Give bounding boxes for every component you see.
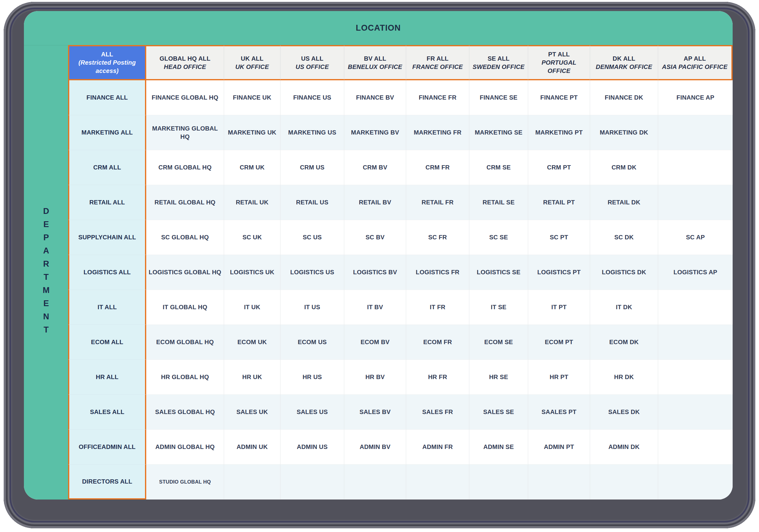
column-header: AP ALLASIA PACIFIC OFFICE — [658, 45, 733, 80]
matrix-cell: FINANCE DK — [590, 80, 658, 115]
matrix-cell: SALES UK — [224, 395, 280, 430]
matrix-cell: RETAIL GLOBAL HQ — [146, 185, 224, 220]
matrix-cell: LOGISTICS SE — [469, 255, 528, 290]
matrix-cell: HR US — [280, 360, 344, 395]
matrix-cell: RETAIL US — [280, 185, 344, 220]
column-header: FR ALLFRANCE OFFICE — [406, 45, 469, 80]
matrix-cell: IT DK — [590, 290, 658, 325]
matrix-cell: FINANCE AP — [658, 80, 733, 115]
access-matrix-table: ALL(Restricted Posting access)GLOBAL HQ … — [68, 45, 733, 500]
screen: LOCATION DEPARTMENT ALL(Restricted Posti… — [24, 11, 733, 500]
matrix-cell: CRM US — [280, 150, 344, 185]
matrix-cell: RETAIL SE — [469, 185, 528, 220]
row-header: LOGISTICS ALL — [68, 255, 146, 290]
matrix-cell — [528, 465, 590, 500]
matrix-cell: FINANCE GLOBAL HQ — [146, 80, 224, 115]
column-header: GLOBAL HQ ALLHEAD OFFICE — [146, 45, 224, 80]
matrix-cell: CRM BV — [344, 150, 406, 185]
matrix-cell: ADMIN FR — [406, 430, 469, 465]
matrix-cell — [280, 465, 344, 500]
matrix-cell: MARKETING PT — [528, 115, 590, 150]
department-banner: DEPARTMENT — [24, 45, 68, 500]
matrix-cell: RETAIL FR — [406, 185, 469, 220]
row-header: HR ALL — [68, 360, 146, 395]
matrix-cell: ADMIN US — [280, 430, 344, 465]
matrix-cell: ECOM DK — [590, 325, 658, 360]
matrix-cell: SALES FR — [406, 395, 469, 430]
matrix-cell: SALES GLOBAL HQ — [146, 395, 224, 430]
matrix-cell: CRM SE — [469, 150, 528, 185]
matrix-cell: ADMIN UK — [224, 430, 280, 465]
matrix-cell: IT US — [280, 290, 344, 325]
matrix-cell: SC DK — [590, 220, 658, 255]
matrix-cell: LOGISTICS UK — [224, 255, 280, 290]
row-header: DIRECTORS ALL — [68, 465, 146, 500]
matrix-cell: SALES SE — [469, 395, 528, 430]
matrix-cell: ADMIN BV — [344, 430, 406, 465]
matrix-cell: MARKETING GLOBAL HQ — [146, 115, 224, 150]
matrix-cell: MARKETING SE — [469, 115, 528, 150]
matrix-cell — [590, 465, 658, 500]
matrix-cell: FINANCE FR — [406, 80, 469, 115]
matrix-cell: ECOM GLOBAL HQ — [146, 325, 224, 360]
matrix-cell: FINANCE US — [280, 80, 344, 115]
matrix-cell: SC GLOBAL HQ — [146, 220, 224, 255]
column-header: PT ALLPORTUGAL OFFICE — [528, 45, 590, 80]
row-header: RETAIL ALL — [68, 185, 146, 220]
matrix-cell: SC BV — [344, 220, 406, 255]
matrix-cell — [658, 150, 733, 185]
location-axis-title: LOCATION — [356, 23, 401, 33]
matrix-cell: SC UK — [224, 220, 280, 255]
matrix-cell: HR SE — [469, 360, 528, 395]
matrix-cell: MARKETING DK — [590, 115, 658, 150]
matrix-cell: HR UK — [224, 360, 280, 395]
column-header: SE ALLSWEDEN OFFICE — [469, 45, 528, 80]
matrix-cell: MARKETING FR — [406, 115, 469, 150]
matrix-cell: ECOM US — [280, 325, 344, 360]
location-banner: LOCATION — [24, 11, 733, 45]
matrix-cell: LOGISTICS FR — [406, 255, 469, 290]
matrix-cell: IT SE — [469, 290, 528, 325]
matrix-cell: MARKETING US — [280, 115, 344, 150]
row-header: CRM ALL — [68, 150, 146, 185]
matrix-cell: IT GLOBAL HQ — [146, 290, 224, 325]
matrix-cell: LOGISTICS GLOBAL HQ — [146, 255, 224, 290]
matrix-cell — [224, 465, 280, 500]
matrix-cell — [658, 325, 733, 360]
column-header: US ALLUS OFFICE — [280, 45, 344, 80]
matrix-cell: ECOM SE — [469, 325, 528, 360]
matrix-cell: ECOM BV — [344, 325, 406, 360]
matrix-cell: ECOM PT — [528, 325, 590, 360]
matrix-cell: CRM GLOBAL HQ — [146, 150, 224, 185]
matrix-cell: LOGISTICS PT — [528, 255, 590, 290]
matrix-cell: RETAIL PT — [528, 185, 590, 220]
matrix-cell: CRM PT — [528, 150, 590, 185]
matrix-cell — [406, 465, 469, 500]
department-axis-title: DEPARTMENT — [42, 207, 50, 338]
matrix-cell: SALES BV — [344, 395, 406, 430]
matrix-cell — [658, 465, 733, 500]
matrix-cell: SC SE — [469, 220, 528, 255]
matrix-cell: LOGISTICS DK — [590, 255, 658, 290]
matrix-cell: ADMIN PT — [528, 430, 590, 465]
matrix-cell: LOGISTICS BV — [344, 255, 406, 290]
matrix-cell: ADMIN SE — [469, 430, 528, 465]
matrix-cell: SALES US — [280, 395, 344, 430]
matrix-cell: RETAIL DK — [590, 185, 658, 220]
matrix-cell: LOGISTICS US — [280, 255, 344, 290]
column-header: ALL(Restricted Posting access) — [68, 45, 146, 80]
matrix-cell: IT FR — [406, 290, 469, 325]
matrix-cell: IT UK — [224, 290, 280, 325]
row-header: SUPPLYCHAIN ALL — [68, 220, 146, 255]
matrix-cell: FINANCE SE — [469, 80, 528, 115]
matrix-cell: FINANCE PT — [528, 80, 590, 115]
row-header: IT ALL — [68, 290, 146, 325]
matrix-cell: HR PT — [528, 360, 590, 395]
matrix-cell: HR BV — [344, 360, 406, 395]
matrix-cell: CRM DK — [590, 150, 658, 185]
matrix-cell: HR GLOBAL HQ — [146, 360, 224, 395]
matrix-cell: MARKETING BV — [344, 115, 406, 150]
row-header: ECOM ALL — [68, 325, 146, 360]
row-header: MARKETING ALL — [68, 115, 146, 150]
matrix-cell: ADMIN DK — [590, 430, 658, 465]
